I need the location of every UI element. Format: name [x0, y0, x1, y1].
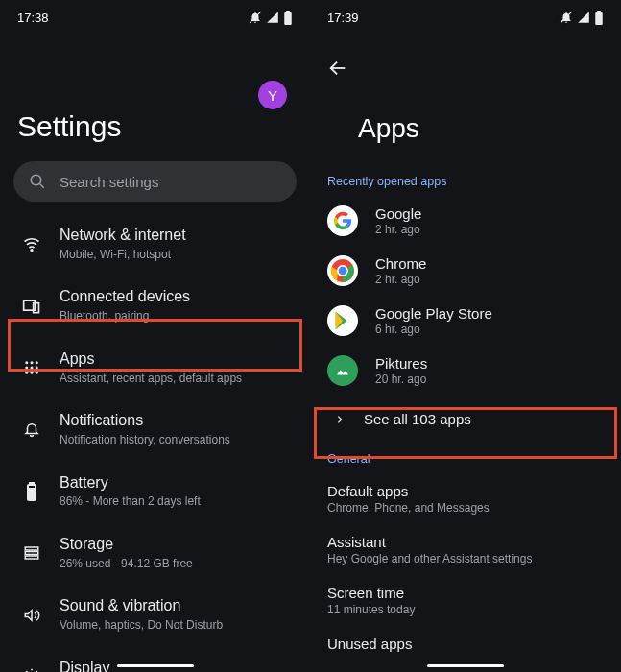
- search-input[interactable]: Search settings: [13, 161, 297, 202]
- battery-icon: [283, 11, 293, 25]
- nav-bar-handle[interactable]: [117, 664, 194, 667]
- svg-line-4: [39, 183, 44, 188]
- dnd-icon: [249, 11, 262, 24]
- chrome-icon: [330, 258, 355, 283]
- svg-point-10: [36, 361, 38, 364]
- svg-rect-1: [284, 12, 292, 24]
- apps-icon: [23, 359, 40, 376]
- svg-point-14: [25, 372, 28, 374]
- svg-point-15: [31, 372, 34, 374]
- screen-settings: 17:38 Y Settings Search settings Network…: [0, 0, 310, 672]
- setting-storage[interactable]: Storage26% used - 94.12 GB free: [0, 522, 310, 584]
- status-bar: 17:38: [0, 0, 310, 35]
- svg-rect-19: [29, 489, 35, 499]
- svg-rect-27: [597, 11, 601, 12]
- svg-point-13: [36, 366, 38, 369]
- status-time: 17:39: [327, 11, 359, 25]
- svg-point-31: [339, 267, 347, 276]
- default-apps-row[interactable]: Default apps Chrome, Phone, and Messages: [310, 473, 621, 524]
- assistant-row[interactable]: Assistant Hey Google and other Assistant…: [310, 524, 621, 575]
- battery-icon: [26, 482, 37, 501]
- status-bar: 17:39: [310, 0, 621, 35]
- svg-point-8: [25, 361, 28, 364]
- page-title: Apps: [358, 113, 419, 144]
- svg-rect-18: [30, 483, 34, 485]
- see-all-apps-button[interactable]: See all 103 apps: [310, 396, 621, 443]
- signal-icon: [266, 11, 279, 24]
- settings-list: Network & internetMobile, Wi-Fi, hotspot…: [0, 213, 310, 672]
- section-general: General: [310, 452, 621, 466]
- status-icons: [249, 11, 293, 25]
- nav-bar-handle[interactable]: [427, 664, 504, 667]
- sound-icon: [22, 607, 41, 624]
- recent-app-google[interactable]: Google2 hr. ago: [310, 196, 621, 246]
- page-title: Settings: [17, 110, 121, 143]
- status-icons: [560, 11, 604, 25]
- unused-apps-row[interactable]: Unused apps: [310, 626, 621, 661]
- setting-apps[interactable]: AppsAssistant, recent apps, default apps: [0, 337, 310, 398]
- svg-point-16: [36, 372, 38, 374]
- recent-app-playstore[interactable]: Google Play Store6 hr. ago: [310, 296, 621, 346]
- chevron-right-icon: [335, 413, 345, 426]
- piktures-icon: [334, 362, 351, 379]
- svg-point-9: [31, 361, 34, 364]
- recent-app-chrome[interactable]: Chrome2 hr. ago: [310, 246, 621, 296]
- svg-rect-20: [25, 547, 38, 550]
- svg-point-12: [31, 366, 34, 369]
- google-icon: [333, 211, 352, 230]
- svg-rect-21: [25, 552, 38, 555]
- setting-battery[interactable]: Battery86% - More than 2 days left: [0, 461, 310, 522]
- search-placeholder: Search settings: [60, 174, 158, 190]
- svg-point-3: [31, 175, 41, 185]
- search-icon: [29, 173, 46, 190]
- storage-icon: [22, 544, 41, 562]
- status-time: 17:38: [17, 11, 49, 25]
- svg-point-11: [25, 366, 28, 369]
- section-recent: Recently opened apps: [310, 175, 621, 188]
- svg-rect-2: [286, 11, 290, 12]
- arrow-back-icon: [327, 58, 348, 79]
- screen-apps: 17:39 Apps Recently opened apps Google2 …: [310, 0, 621, 672]
- svg-rect-26: [595, 12, 603, 24]
- setting-notifications[interactable]: NotificationsNotification history, conve…: [0, 398, 310, 460]
- devices-icon: [22, 297, 41, 316]
- signal-icon: [577, 11, 590, 24]
- profile-avatar[interactable]: Y: [258, 81, 287, 109]
- setting-connected[interactable]: Connected devicesBluetooth, pairing: [0, 275, 310, 336]
- apps-scroll: Recently opened apps Google2 hr. ago Chr…: [310, 175, 621, 672]
- play-store-icon: [332, 310, 353, 331]
- back-button[interactable]: [323, 54, 352, 86]
- bell-icon: [23, 420, 40, 438]
- setting-network[interactable]: Network & internetMobile, Wi-Fi, hotspot: [0, 213, 310, 275]
- screen-time-row[interactable]: Screen time 11 minutes today: [310, 575, 621, 626]
- svg-rect-22: [25, 556, 38, 559]
- wifi-icon: [22, 234, 41, 253]
- setting-sound[interactable]: Sound & vibrationVolume, haptics, Do Not…: [0, 584, 310, 645]
- display-icon: [22, 667, 41, 672]
- recent-app-piktures[interactable]: Piktures20 hr. ago: [310, 346, 621, 396]
- setting-display[interactable]: DisplayDark theme, font size, brightness: [0, 646, 310, 672]
- svg-point-5: [31, 250, 33, 252]
- battery-icon: [594, 11, 604, 25]
- dnd-icon: [560, 11, 573, 24]
